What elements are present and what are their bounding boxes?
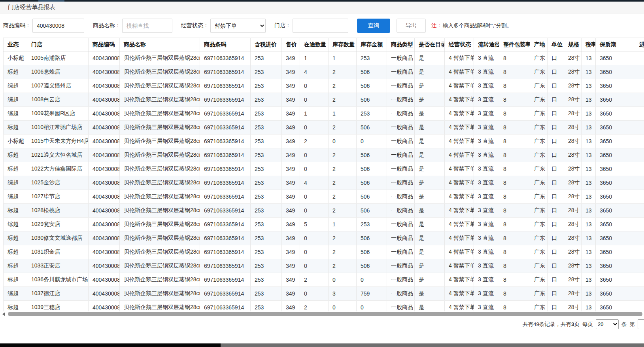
table-cell: 349 [282, 204, 300, 218]
table-cell: 综超 [4, 176, 27, 190]
table-cell: 综超 [4, 190, 27, 204]
table-cell: 28寸 [564, 259, 582, 273]
table-cell: 4 暂禁下单 [445, 204, 474, 218]
table-cell: 400430008 [89, 204, 120, 218]
table-cell: 0 [300, 148, 329, 162]
table-cell: 3650 [596, 65, 635, 79]
table-cell: 253 [251, 65, 282, 79]
column-header: 商品类型 [387, 38, 415, 51]
table-cell: 400430008 [89, 245, 120, 259]
table-cell: 3 直流 [474, 121, 499, 135]
table-cell: 口 [548, 162, 564, 176]
product-name-label: 商品名称： [93, 22, 121, 29]
table-cell: 2 [329, 245, 357, 259]
table-cell: 标超 [4, 273, 27, 287]
table-cell: 0 [357, 301, 387, 312]
table-row: 小标超1005南浦路店400430008贝伦斯企鹅三层钢双层蒸锅28cm6971… [4, 51, 644, 65]
table-cell: 一般商品 [387, 162, 415, 176]
product-name-input[interactable] [122, 19, 172, 33]
status-select[interactable]: 暂禁下单 [210, 19, 266, 33]
table-cell: 贝伦斯企鹅三层钢双层蒸锅28cm [120, 135, 200, 148]
page-jump-input[interactable] [638, 319, 644, 329]
table-cell: 28寸 [564, 107, 582, 121]
table-cell: 1025金沙店 [27, 176, 89, 190]
table-cell: 是 [415, 93, 445, 107]
search-button[interactable]: 查询 [357, 19, 390, 33]
scroll-left-arrow-icon[interactable] [2, 312, 5, 316]
table-cell: 综超 [4, 287, 27, 301]
table-cell: 3 [329, 287, 357, 301]
table-cell: 口 [548, 93, 564, 107]
table-cell: 349 [282, 218, 300, 231]
export-button[interactable]: 导出 [397, 19, 426, 33]
table-cell: 是 [415, 301, 445, 312]
table-cell: 349 [282, 135, 300, 148]
table-cell: 13 [582, 93, 596, 107]
table-cell: 4 暂禁下单 [445, 121, 474, 135]
horizontal-scrollbar[interactable] [1, 311, 644, 317]
table-cell: 253 [251, 273, 282, 287]
table-row: 标超1039三穗店400430008贝伦斯企鹅三层钢双层蒸锅28cm697106… [4, 301, 644, 312]
table-cell: 4 暂禁下单 [445, 107, 474, 121]
table-cell: 6971063365914 [200, 231, 251, 245]
table-cell: 400430008 [89, 273, 120, 287]
table-cell: 253 [251, 93, 282, 107]
table-cell: 0 [357, 135, 387, 148]
table-cell: 3 直流 [474, 51, 499, 65]
table-cell: 2 [329, 93, 357, 107]
table-cell: 2 [300, 301, 329, 312]
product-code-input[interactable] [32, 19, 84, 33]
table-cell: 253 [251, 135, 282, 148]
store-input[interactable] [293, 19, 348, 33]
table-cell: 28寸 [564, 287, 582, 301]
table-cell: 广东 [530, 273, 548, 287]
table-cell: 400430008 [89, 93, 120, 107]
table-cell: 4 暂禁下单 [445, 51, 474, 65]
column-header: 流转途径 [474, 38, 499, 51]
table-cell: 28寸 [564, 162, 582, 176]
table-cell: 3 直流 [474, 287, 499, 301]
table-cell: 是 [415, 218, 445, 231]
per-page-select[interactable]: 20 [596, 319, 619, 329]
table-cell: 广东 [530, 121, 548, 135]
table-cell: 506 [357, 245, 387, 259]
table-cell: 3 直流 [474, 148, 499, 162]
table-cell: 贝伦斯企鹅三层钢双层蒸锅28cm [120, 93, 200, 107]
column-header: 库存金额 [357, 38, 387, 51]
table-cell: 广东 [530, 162, 548, 176]
table-row: 标超1010榕江常驰广场店400430008贝伦斯企鹅三层钢双层蒸锅28cm69… [4, 121, 644, 135]
table-cell: 一般商品 [387, 245, 415, 259]
table-cell: 4 暂禁下单 [445, 93, 474, 107]
table-cell: 1 [300, 107, 329, 121]
table-cell: 是 [415, 148, 445, 162]
table-cell: 506 [357, 162, 387, 176]
column-header: 产地 [530, 38, 548, 51]
table-cell: 广东 [530, 231, 548, 245]
table-cell: 4 暂禁下单 [445, 176, 474, 190]
table-cell: 8 [499, 162, 530, 176]
table-cell: 是 [415, 204, 445, 218]
table-cell: 广东 [530, 204, 548, 218]
table-cell: 349 [282, 273, 300, 287]
table-cell: 349 [282, 121, 300, 135]
horizontal-scrollbar-thumb[interactable] [8, 312, 642, 316]
table-cell: 3650 [596, 204, 635, 218]
table-cell: 0 [300, 93, 329, 107]
product-code-label: 商品编码： [3, 22, 31, 29]
table-cell: 28寸 [564, 135, 582, 148]
table-cell: 4 暂禁下单 [445, 301, 474, 312]
table-cell: 一般商品 [387, 135, 415, 148]
table-row: 小标超1015中天未来方舟H4店400430008贝伦斯企鹅三层钢双层蒸锅28c… [4, 135, 644, 148]
table-cell: 13 [582, 79, 596, 93]
table-cell: 1027毕节店 [27, 190, 89, 204]
table-cell: 28寸 [564, 190, 582, 204]
table-cell: 3650 [596, 162, 635, 176]
table-row: 标超1031织金店400430008贝伦斯企鹅三层钢双层蒸锅28cm697106… [4, 245, 644, 259]
table-cell: 2 [329, 176, 357, 190]
table-cell: 口 [548, 204, 564, 218]
table-cell: 400430008 [89, 65, 120, 79]
table-cell: 349 [282, 259, 300, 273]
table-header-row: 业态门店商品编码商品名称商品条码含税进价售价在途数量库存数量库存金额商品类型是否… [4, 38, 644, 51]
table-cell: 标超 [4, 162, 27, 176]
table-cell: 0 [300, 190, 329, 204]
